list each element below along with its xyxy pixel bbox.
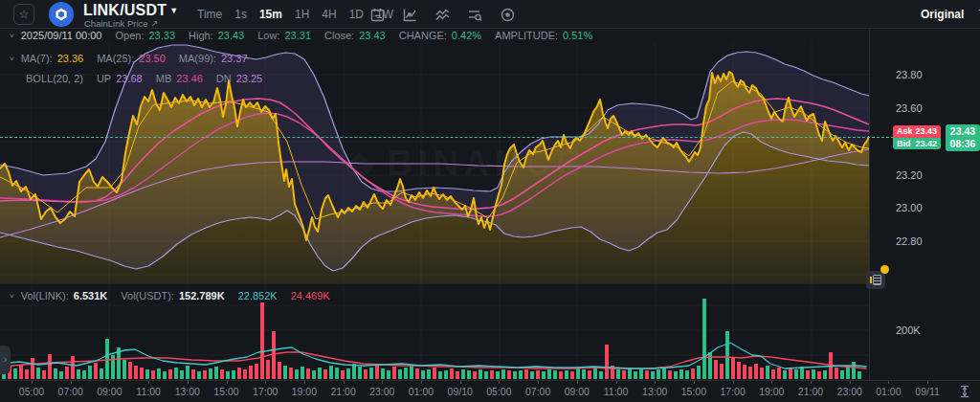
time-axis-label: 01:00 — [876, 386, 901, 397]
time-axis-tick — [577, 381, 578, 384]
price-axis-label: 23.80 — [896, 69, 923, 80]
time-axis-label: 01:00 — [409, 386, 434, 397]
coin-info-link[interactable]: ChainLink Price ↗ — [84, 18, 158, 29]
volume-legend: ˅ Vol(LINK):6.531K Vol(USDT):152.789K 22… — [10, 290, 330, 302]
time-axis-tick — [148, 381, 149, 384]
time-axis-label: 21:00 — [798, 386, 823, 397]
time-axis-tick — [771, 381, 772, 384]
time-axis-label: 09:00 — [97, 386, 122, 397]
time-axis-tick — [694, 381, 695, 384]
last-price-badge: 23.4308:36 — [946, 124, 980, 151]
time-axis-tick — [32, 381, 33, 384]
main-price-chart[interactable] — [0, 29, 869, 285]
ask-bid-badge: Ask23.43 Bid23.42 — [893, 125, 941, 149]
notification-dot — [880, 265, 889, 274]
time-axis-tick — [811, 381, 812, 384]
top-bar: ☆ LINK/USDT▼ ChainLink Price ↗ Time1s15m… — [0, 0, 980, 29]
price-axis[interactable]: 23.8023.6023.2023.0022.80200K23.4308:36 — [869, 29, 980, 380]
volume-axis-label: 200K — [896, 324, 921, 336]
chart-view-tabs: OriginalTrading ViewDepth — [921, 0, 980, 29]
time-axis-tick — [927, 381, 928, 384]
time-axis-tick — [304, 381, 305, 384]
time-axis-tick — [499, 381, 500, 384]
chainlink-logo-icon — [49, 2, 74, 27]
time-axis-tick — [265, 381, 266, 384]
time-scale-adjust-icon[interactable] — [957, 384, 972, 399]
time-axis-tick — [538, 381, 539, 384]
interval-1s[interactable]: 1s — [234, 8, 247, 21]
time-axis-label: 23:00 — [369, 386, 394, 397]
time-axis-label: 09/11 — [915, 386, 940, 397]
time-axis-label: 05:00 — [486, 386, 511, 397]
price-axis-label: 23.60 — [896, 102, 923, 114]
time-axis-label: 11:00 — [136, 386, 161, 397]
time-axis-label: 07:00 — [525, 386, 550, 397]
interval-1D[interactable]: 1D — [349, 8, 364, 21]
time-axis-tick — [655, 381, 656, 384]
time-axis-tick — [850, 381, 851, 384]
time-axis-label: 23:00 — [837, 386, 862, 397]
time-axis-tick — [344, 381, 345, 384]
view-tab-original[interactable]: Original — [921, 8, 964, 21]
interval-1H[interactable]: 1H — [295, 8, 309, 21]
indicators-icon[interactable] — [467, 7, 483, 23]
time-axis-tick — [460, 381, 461, 384]
time-axis-tick — [109, 381, 110, 384]
target-icon[interactable] — [500, 7, 516, 23]
collapse-caret-icon[interactable]: ˅ — [10, 32, 14, 40]
time-axis-tick — [188, 381, 189, 384]
price-axis-label: 23.00 — [896, 202, 923, 213]
ma-legend: ˅ MA(7):23.36 MA(25):23.50 MA(99):23.37 — [10, 53, 248, 64]
pair-selector[interactable]: LINK/USDT▼ — [83, 2, 178, 19]
time-axis-label: 17:00 — [253, 386, 278, 397]
boll-legend: BOLL(20, 2) UP23.68 MB23.46 DN23.25 — [26, 73, 262, 84]
time-axis-tick — [227, 381, 228, 384]
time-axis-tick — [71, 381, 72, 384]
price-axis-label: 22.80 — [896, 235, 923, 247]
chart-toolbar — [369, 0, 516, 29]
area-chart-icon[interactable] — [434, 7, 451, 23]
time-axis-label: 05:00 — [19, 386, 44, 397]
time-axis-label: 21:00 — [330, 386, 355, 397]
time-axis-tick — [421, 381, 422, 384]
trading-chart-app: ☆ LINK/USDT▼ ChainLink Price ↗ Time1s15m… — [0, 0, 980, 402]
favorite-star-button[interactable]: ☆ — [13, 4, 34, 25]
time-axis-tick — [382, 381, 383, 384]
collapse-caret-icon[interactable]: ˅ — [10, 55, 14, 63]
price-axis-label: 23.20 — [896, 169, 923, 181]
time-axis-label: 17:00 — [720, 386, 745, 397]
time-axis-label: 15:00 — [681, 386, 706, 397]
last-price-dashed-line — [0, 137, 894, 138]
time-axis[interactable]: 05:0007:0009:0011:0013:0015:0017:0019:00… — [0, 380, 980, 402]
calendar-icon[interactable] — [369, 7, 386, 23]
line-chart-icon[interactable] — [402, 7, 418, 23]
time-axis-label: 07:00 — [58, 386, 83, 397]
interval-4H[interactable]: 4H — [322, 8, 336, 21]
time-axis-tick — [733, 381, 734, 384]
time-axis-label: 09/10 — [448, 386, 473, 397]
time-axis-tick — [888, 381, 889, 384]
time-axis-label: 11:00 — [604, 386, 629, 397]
pair-caret-icon: ▼ — [169, 6, 178, 15]
time-axis-label: 13:00 — [642, 386, 667, 397]
time-axis-tick — [616, 381, 617, 384]
time-axis-label: 09:00 — [565, 386, 590, 397]
collapse-caret-icon[interactable]: ˅ — [10, 292, 14, 301]
data-panel-toggle-button[interactable] — [866, 271, 885, 289]
ohlc-legend: ˅ 2025/09/11 00:00 Open:23.33 High:23.43… — [10, 30, 592, 41]
side-panel-expand-handle[interactable]: › — [0, 346, 11, 374]
time-axis-label: 15:00 — [213, 386, 238, 397]
interval-time-label: Time — [197, 8, 222, 21]
time-axis-label: 19:00 — [759, 386, 784, 397]
interval-15m[interactable]: 15m — [259, 8, 282, 21]
time-axis-label: 13:00 — [175, 386, 200, 397]
time-axis-label: 19:00 — [292, 386, 317, 397]
